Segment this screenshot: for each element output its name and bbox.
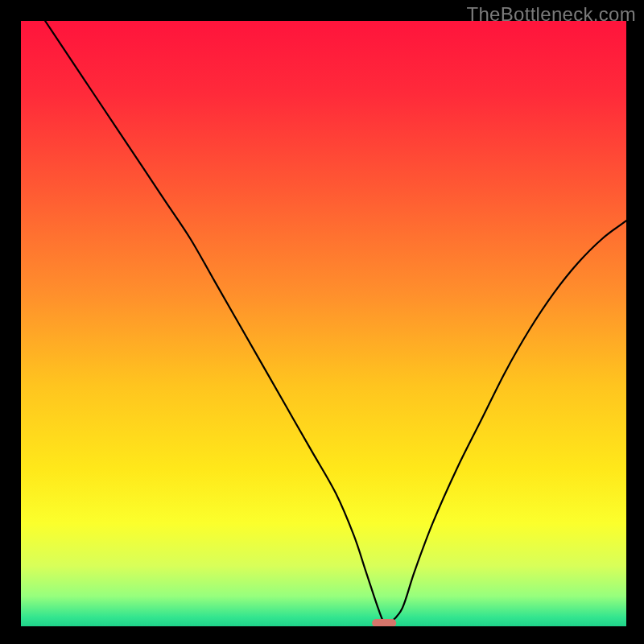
plot-area (21, 21, 626, 626)
gradient-background (21, 21, 626, 626)
optimum-marker (372, 619, 396, 626)
chart-frame: TheBottleneck.com (0, 0, 644, 644)
watermark-text: TheBottleneck.com (466, 3, 636, 26)
bottleneck-chart-svg (21, 21, 626, 626)
